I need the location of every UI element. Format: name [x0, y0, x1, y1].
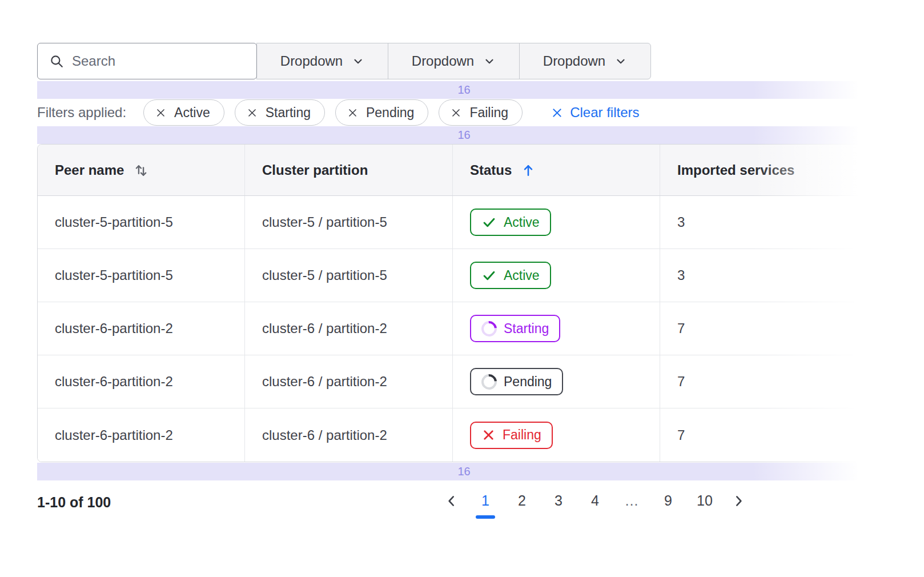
cell-peer-name: cluster-5-partition-5 [38, 249, 245, 302]
status-label: Pending [504, 374, 552, 390]
cell-cluster-partition: cluster-5 / partition-5 [245, 249, 453, 302]
dismiss-icon[interactable] [347, 107, 358, 118]
cell-cluster-partition: cluster-6 / partition-2 [245, 302, 453, 355]
page-number-10[interactable]: 10 [694, 486, 715, 521]
spacing-value: 16 [457, 83, 470, 97]
cell-status: Failing [453, 408, 660, 462]
status-label: Failing [503, 427, 541, 443]
status-badge-pending: Pending [470, 368, 563, 395]
sort-both-icon [133, 162, 149, 178]
chevron-down-icon [352, 55, 364, 67]
x-icon [481, 428, 496, 442]
filters-applied-label: Filters applied: [37, 105, 126, 121]
cell-peer-name: cluster-5-partition-5 [38, 196, 245, 249]
cell-imported-services: 7 [660, 355, 890, 408]
status-badge-starting: Starting [470, 315, 560, 342]
page-ellipsis: … [621, 486, 642, 521]
dropdown-button-2[interactable]: Dropdown [388, 43, 520, 79]
cell-status: Active [453, 196, 660, 249]
filter-chip-pending[interactable]: Pending [335, 99, 428, 126]
page-number-3[interactable]: 3 [548, 486, 569, 521]
next-page-button[interactable] [731, 486, 746, 508]
spacing-marker-bottom: 16 [37, 463, 891, 480]
pagination-bar: 1-10 of 100 1 2 3 4 … 9 10 [0, 486, 924, 526]
peering-list-page: Dropdown Dropdown Dropdown 16 Filters ap… [0, 0, 924, 577]
status-label: Active [504, 268, 540, 283]
cell-cluster-partition: cluster-6 / partition-2 [245, 408, 453, 462]
page-number-9[interactable]: 9 [658, 486, 678, 521]
cell-peer-name: cluster-6-partition-2 [38, 302, 245, 355]
chip-label: Failing [469, 105, 508, 121]
status-label: Starting [504, 321, 549, 336]
status-badge-failing: Failing [470, 422, 553, 449]
pager: 1 2 3 4 … 9 10 [444, 486, 746, 521]
status-label: Active [504, 215, 540, 230]
table-header-row: Peer name Cluster partition Status [38, 145, 890, 196]
status-badge-active: Active [470, 262, 551, 289]
clear-icon [551, 107, 563, 119]
column-header-peer-name[interactable]: Peer name [38, 145, 245, 195]
cell-imported-services: 3 [660, 249, 890, 302]
peers-table: Peer name Cluster partition Status [37, 144, 891, 462]
dismiss-icon[interactable] [155, 107, 166, 118]
pagination-summary: 1-10 of 100 [37, 486, 111, 511]
column-label: Cluster partition [262, 162, 368, 178]
previous-page-button[interactable] [444, 486, 459, 508]
table-row: cluster-6-partition-2 cluster-6 / partit… [38, 355, 890, 408]
chevron-down-icon [483, 55, 496, 67]
cell-imported-services: 7 [660, 408, 890, 462]
page-number-4[interactable]: 4 [585, 486, 605, 521]
spinner-icon [478, 371, 500, 392]
chip-label: Active [174, 105, 210, 121]
table-row: cluster-5-partition-5 cluster-5 / partit… [38, 196, 890, 249]
cell-imported-services: 7 [660, 302, 890, 355]
table-row: cluster-6-partition-2 cluster-6 / partit… [38, 302, 890, 355]
dropdown-button-1[interactable]: Dropdown [256, 43, 388, 79]
cell-status: Active [453, 249, 660, 302]
chip-label: Pending [366, 105, 414, 121]
clear-filters-link[interactable]: Clear filters [551, 105, 639, 121]
column-label: Peer name [55, 162, 124, 178]
clear-filters-label: Clear filters [570, 105, 639, 121]
cell-status: Pending [453, 355, 660, 408]
status-badge-active: Active [470, 209, 551, 236]
filter-toolbar: Dropdown Dropdown Dropdown [37, 43, 653, 79]
dismiss-icon[interactable] [451, 107, 461, 118]
table-row: cluster-5-partition-5 cluster-5 / partit… [38, 249, 890, 302]
sort-ascending-icon [521, 163, 536, 178]
spacing-marker-top: 16 [37, 81, 891, 99]
filter-chip-starting[interactable]: Starting [235, 99, 325, 126]
dropdown-label: Dropdown [412, 53, 474, 69]
page-number-2[interactable]: 2 [512, 486, 532, 521]
cell-peer-name: cluster-6-partition-2 [38, 408, 245, 462]
spinner-icon [478, 318, 500, 339]
spacing-value: 16 [457, 465, 470, 478]
applied-filters-bar: Filters applied: Active Starting Pending [37, 99, 924, 126]
cell-imported-services: 3 [660, 196, 890, 249]
cell-status: Starting [453, 302, 660, 355]
column-header-imported-services: Imported services [660, 145, 890, 195]
search-icon [49, 54, 64, 69]
cell-peer-name: cluster-6-partition-2 [38, 355, 245, 408]
dropdown-label: Dropdown [280, 53, 343, 69]
search-input[interactable] [72, 53, 245, 69]
page-number-1[interactable]: 1 [475, 486, 496, 521]
cell-cluster-partition: cluster-5 / partition-5 [245, 196, 453, 249]
dismiss-icon[interactable] [247, 107, 258, 118]
check-icon [481, 215, 497, 230]
chevron-down-icon [614, 55, 627, 67]
spacing-marker-middle: 16 [37, 126, 891, 144]
dropdown-label: Dropdown [543, 53, 605, 69]
dropdown-button-3[interactable]: Dropdown [519, 43, 651, 79]
search-box[interactable] [37, 43, 257, 79]
column-label: Status [470, 162, 512, 178]
spacing-value: 16 [457, 129, 470, 142]
check-icon [481, 268, 497, 283]
column-header-status[interactable]: Status [453, 145, 660, 195]
column-label: Imported services [677, 162, 794, 178]
filter-chip-failing[interactable]: Failing [439, 99, 523, 126]
table-row: cluster-6-partition-2 cluster-6 / partit… [38, 408, 890, 462]
column-header-cluster-partition: Cluster partition [245, 145, 453, 195]
filter-chip-active[interactable]: Active [143, 99, 224, 126]
chip-label: Starting [266, 105, 311, 121]
